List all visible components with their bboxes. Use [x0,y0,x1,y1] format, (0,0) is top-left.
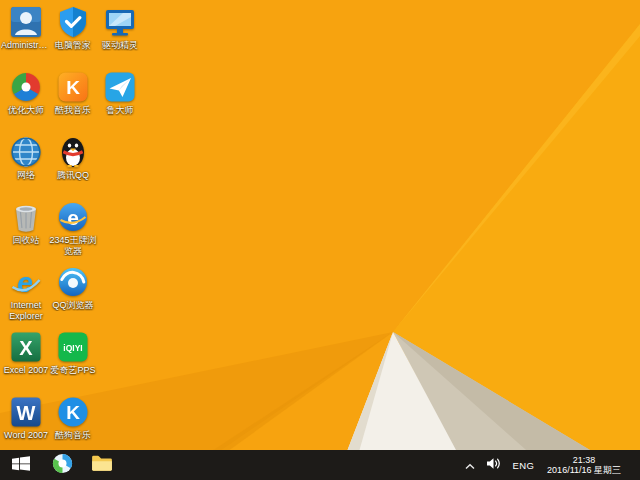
desktop-icon-label: 驱动精灵 [95,40,145,51]
iqiyi-pps[interactable]: iQIYI爱奇艺PPS [48,331,98,393]
desktop-icon-label: 优化大师 [1,105,51,116]
desktop-icon-grid: Administrator电脑管家驱动精灵优化大师K酷我音乐鲁大师网络腾讯QQ回… [0,0,640,480]
word-icon: W [10,396,42,428]
clock-time: 21:38 [547,455,621,466]
k-orange-icon: K [57,71,89,103]
taskbar-clock[interactable]: 21:38 2016/11/16 星期三 [544,455,624,476]
pc-manager[interactable]: 电脑管家 [48,6,98,68]
tencent-qq[interactable]: 腾讯QQ [48,136,98,198]
language-indicator[interactable]: ENG [511,460,537,471]
paper-plane-icon [104,71,136,103]
svg-text:X: X [19,337,33,359]
recycle-bin[interactable]: 回收站 [1,201,51,263]
qq-browser[interactable]: QQ浏览器 [48,266,98,328]
desktop-icon-label: 鲁大师 [95,105,145,116]
excel-2007[interactable]: XExcel 2007 [1,331,51,393]
browser-circle-icon [52,453,73,478]
desktop-icon-label: 酷我音乐 [48,105,98,116]
kuwo-music[interactable]: K酷我音乐 [48,71,98,133]
svg-text:K: K [66,77,80,98]
volume-button[interactable] [485,450,503,480]
desktop-icon-label: Administrator [1,40,51,51]
browser-2345[interactable]: e2345王牌浏览器 [48,201,98,263]
desktop-icon-label: 2345王牌浏览器 [48,235,98,256]
svg-text:K: K [66,402,80,423]
k-blue-icon: K [57,396,89,428]
desktop-icon-label: Word 2007 [1,430,51,441]
svg-text:iQIYI: iQIYI [63,343,82,353]
speaker-icon [486,456,501,474]
word-2007[interactable]: WWord 2007 [1,396,51,458]
globe-icon [10,136,42,168]
e-blue-icon: e [57,201,89,233]
svg-text:e: e [67,206,79,229]
tray-expand-button[interactable] [463,450,477,480]
youhua-dashi[interactable]: 优化大师 [1,71,51,133]
excel-icon: X [10,331,42,363]
ludashi[interactable]: 鲁大师 [95,71,145,133]
ie-e-icon: e [10,266,42,298]
svg-text:e: e [17,267,33,298]
desktop: Administrator电脑管家驱动精灵优化大师K酷我音乐鲁大师网络腾讯QQ回… [0,0,640,480]
kugou-music[interactable]: K酷狗音乐 [48,396,98,458]
svg-text:W: W [17,402,36,424]
taskbar-pinned-icons [42,450,122,480]
network[interactable]: 网络 [1,136,51,198]
chevron-up-icon [465,456,475,474]
monitor-blue-icon [104,6,136,38]
folder-icon [91,454,113,476]
taskbar: ENG 21:38 2016/11/16 星期三 [0,450,640,480]
iqiyi-icon: iQIYI [57,331,89,363]
swirl-blue-icon [57,266,89,298]
file-explorer-button[interactable] [82,450,122,480]
start-button[interactable] [0,450,42,480]
desktop-icon-label: Excel 2007 [1,365,51,376]
desktop-icon-label: Internet Explorer [1,300,51,321]
shield-check-icon [57,6,89,38]
windows-logo-icon [12,456,30,475]
driver-genie[interactable]: 驱动精灵 [95,6,145,68]
recycle-bin-icon [10,201,42,233]
system-tray: ENG 21:38 2016/11/16 星期三 [463,450,640,480]
desktop-icon-label: 酷狗音乐 [48,430,98,441]
penguin-icon [57,136,89,168]
taskbar-browser-button[interactable] [42,450,82,480]
pie-colors-icon [10,71,42,103]
internet-explorer[interactable]: eInternet Explorer [1,266,51,328]
user-account-icon [10,6,42,38]
desktop-icon-label: 腾讯QQ [48,170,98,181]
clock-date: 2016/11/16 星期三 [547,465,621,476]
desktop-icon-label: 网络 [1,170,51,181]
desktop-icon-label: 爱奇艺PPS [48,365,98,376]
desktop-icon-label: 回收站 [1,235,51,246]
administrator[interactable]: Administrator [1,6,51,68]
desktop-icon-label: QQ浏览器 [48,300,98,311]
desktop-icon-label: 电脑管家 [48,40,98,51]
